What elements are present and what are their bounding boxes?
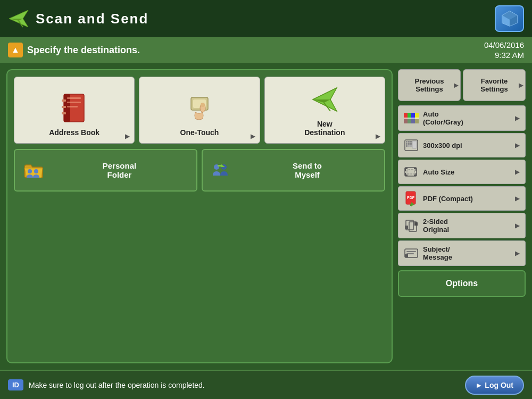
address-book-button[interactable]: Address Book ▶ <box>14 77 135 144</box>
footer: ID Make sure to log out after the operat… <box>0 370 532 399</box>
color-icon <box>404 111 419 126</box>
subject-setting-row[interactable]: Subject/Message ▶ <box>398 240 526 266</box>
dpi-arrow: ▶ <box>515 142 520 149</box>
pdf-label: PDF (Compact) <box>423 195 473 203</box>
dpi-label: 300x300 dpi <box>423 142 462 149</box>
svg-rect-54 <box>410 204 412 206</box>
svg-rect-62 <box>406 253 414 254</box>
pdf-setting-left: PDF PDF (Compact) <box>404 191 473 206</box>
home-icon <box>500 9 519 28</box>
header-left: Scan and Send <box>8 8 148 29</box>
svg-rect-11 <box>67 106 78 107</box>
color-setting-left: Auto(Color/Gray) <box>404 110 463 126</box>
new-destination-icon <box>309 84 340 115</box>
time: 9:32 AM <box>484 50 524 61</box>
subject-arrow: ▶ <box>515 250 520 257</box>
sided-label: 2-SidedOriginal <box>423 218 449 234</box>
svg-rect-37 <box>410 141 412 143</box>
datetime: 04/06/2016 9:32 AM <box>484 40 524 61</box>
size-setting-left: Auto Size <box>404 164 454 179</box>
status-bar: ▲ Specify the destinations. 04/06/2016 9… <box>0 37 532 63</box>
svg-rect-44 <box>412 141 417 148</box>
personal-folder-label: PersonalFolder <box>50 161 189 179</box>
svg-rect-41 <box>406 145 408 147</box>
svg-rect-9 <box>67 97 81 99</box>
svg-rect-36 <box>408 141 410 143</box>
sided-icon <box>404 218 419 233</box>
subject-icon <box>404 246 419 261</box>
left-panel: Address Book ▶ One <box>6 69 393 363</box>
send-to-myself-label: Send toMyself <box>238 161 377 179</box>
destination-grid-bottom: PersonalFolder Send toMyse <box>14 149 385 192</box>
svg-rect-13 <box>62 106 66 108</box>
size-icon <box>404 164 419 179</box>
svg-rect-61 <box>406 251 416 252</box>
svg-point-18 <box>201 103 205 107</box>
size-setting-row[interactable]: Auto Size ▶ <box>398 160 526 184</box>
size-arrow: ▶ <box>515 168 520 176</box>
one-touch-arrow: ▶ <box>251 132 255 140</box>
previous-settings-button[interactable]: Previous Settings ▶ <box>398 69 461 101</box>
svg-marker-58 <box>405 226 408 229</box>
subject-label: Subject/Message <box>423 245 452 261</box>
home-button[interactable] <box>495 5 524 32</box>
dpi-setting-row[interactable]: 300x300 dpi ▶ <box>398 133 526 157</box>
scan-send-icon <box>8 8 29 29</box>
color-label: Auto(Color/Gray) <box>423 110 463 126</box>
send-to-myself-button[interactable]: Send toMyself <box>202 149 385 192</box>
size-label: Auto Size <box>423 168 454 176</box>
address-book-icon <box>59 92 90 124</box>
status-left: ▲ Specify the destinations. <box>8 43 140 57</box>
address-book-arrow: ▶ <box>125 132 130 140</box>
new-destination-arrow: ▶ <box>376 132 380 140</box>
svg-text:PDF: PDF <box>407 196 415 200</box>
dpi-icon <box>404 138 419 153</box>
previous-settings-label: Previous Settings <box>415 77 444 93</box>
personal-folder-button[interactable]: PersonalFolder <box>14 149 197 192</box>
svg-rect-32 <box>404 119 419 123</box>
warning-icon: ▲ <box>8 43 23 57</box>
svg-rect-35 <box>406 141 408 143</box>
pdf-setting-row[interactable]: PDF PDF (Compact) ▶ <box>398 186 526 211</box>
sided-setting-left: 2-SidedOriginal <box>404 218 449 234</box>
svg-rect-10 <box>67 102 81 103</box>
favorite-settings-button[interactable]: Favorite Settings ▶ <box>463 69 526 101</box>
svg-rect-59 <box>414 222 418 226</box>
footer-left: ID Make sure to log out after the operat… <box>8 379 205 390</box>
svg-rect-43 <box>410 145 412 147</box>
previous-settings-arrow: ▶ <box>454 82 458 89</box>
svg-rect-39 <box>408 143 410 145</box>
svg-point-22 <box>28 169 32 173</box>
new-destination-label: NewDestination <box>304 120 345 137</box>
status-message: Specify the destinations. <box>27 45 140 56</box>
pdf-icon: PDF <box>404 191 419 206</box>
new-destination-button[interactable]: NewDestination ▶ <box>264 77 385 144</box>
date: 04/06/2016 <box>484 40 524 51</box>
logout-button[interactable]: ► Log Out <box>465 376 524 395</box>
sided-setting-row[interactable]: 2-SidedOriginal ▶ <box>398 213 526 238</box>
page-title: Scan and Send <box>36 11 148 27</box>
one-touch-button[interactable]: One-Touch ▶ <box>139 77 260 144</box>
svg-rect-14 <box>62 112 66 114</box>
one-touch-label: One-Touch <box>180 128 219 137</box>
pdf-arrow: ▶ <box>515 195 520 202</box>
id-badge: ID <box>8 379 23 390</box>
svg-rect-46 <box>407 170 414 174</box>
main-content: Address Book ▶ One <box>0 63 532 370</box>
destination-grid-top: Address Book ▶ One <box>14 77 385 144</box>
options-button[interactable]: Options <box>398 270 526 297</box>
header: Scan and Send <box>0 0 532 37</box>
address-book-label: Address Book <box>49 128 99 137</box>
dpi-setting-left: 300x300 dpi <box>404 138 462 153</box>
favorite-settings-label: Favorite Settings <box>480 77 508 93</box>
svg-rect-12 <box>62 99 66 102</box>
footer-message: Make sure to log out after the operation… <box>29 381 205 389</box>
color-arrow: ▶ <box>515 114 520 122</box>
send-to-myself-icon <box>210 160 231 181</box>
personal-folder-icon <box>22 160 44 181</box>
right-panel: Previous Settings ▶ Favorite Settings ▶ <box>398 69 526 363</box>
svg-rect-42 <box>408 145 410 147</box>
subject-setting-left: Subject/Message <box>404 245 452 261</box>
one-touch-icon <box>184 92 215 124</box>
color-setting-row[interactable]: Auto(Color/Gray) ▶ <box>398 105 526 131</box>
